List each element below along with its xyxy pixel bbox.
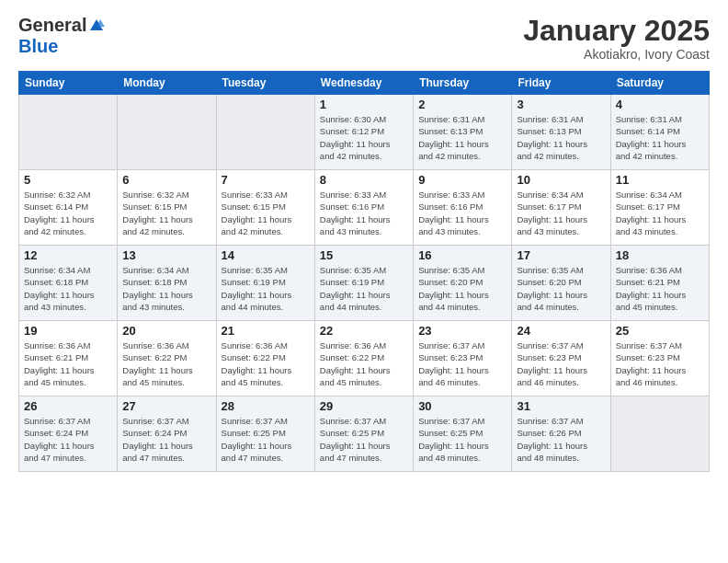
day-number: 25 [616,324,704,338]
day-number: 12 [24,248,112,262]
day-info: Sunrise: 6:36 AM Sunset: 6:22 PM Dayligh… [122,339,210,388]
day-info: Sunrise: 6:33 AM Sunset: 6:16 PM Dayligh… [418,189,506,237]
day-number: 13 [122,248,210,262]
col-tuesday: Tuesday [216,72,314,95]
day-number: 29 [320,399,408,413]
table-row: 2Sunrise: 6:31 AM Sunset: 6:13 PM Daylig… [414,95,512,170]
day-number: 22 [320,324,408,338]
day-number: 7 [222,173,310,187]
day-number: 8 [320,173,408,187]
day-info: Sunrise: 6:37 AM Sunset: 6:23 PM Dayligh… [517,339,605,388]
day-info: Sunrise: 6:37 AM Sunset: 6:23 PM Dayligh… [418,339,506,388]
table-row [19,95,118,170]
day-number: 2 [418,98,506,111]
table-row [610,396,709,472]
table-row: 28Sunrise: 6:37 AM Sunset: 6:25 PM Dayli… [216,396,314,472]
day-info: Sunrise: 6:37 AM Sunset: 6:24 PM Dayligh… [24,415,112,464]
day-number: 30 [418,399,506,413]
day-info: Sunrise: 6:36 AM Sunset: 6:21 PM Dayligh… [24,339,112,388]
day-info: Sunrise: 6:37 AM Sunset: 6:25 PM Dayligh… [222,415,310,464]
day-info: Sunrise: 6:32 AM Sunset: 6:14 PM Dayligh… [24,189,112,237]
col-sunday: Sunday [19,72,118,95]
table-row: 1Sunrise: 6:30 AM Sunset: 6:12 PM Daylig… [314,95,413,170]
col-thursday: Thursday [414,72,512,95]
day-info: Sunrise: 6:37 AM Sunset: 6:25 PM Dayligh… [418,415,506,464]
table-row: 11Sunrise: 6:34 AM Sunset: 6:17 PM Dayli… [610,170,709,246]
day-info: Sunrise: 6:35 AM Sunset: 6:20 PM Dayligh… [517,264,605,313]
day-info: Sunrise: 6:30 AM Sunset: 6:12 PM Dayligh… [320,113,408,162]
day-info: Sunrise: 6:36 AM Sunset: 6:22 PM Dayligh… [222,339,310,388]
day-number: 10 [517,173,605,187]
table-row: 15Sunrise: 6:35 AM Sunset: 6:19 PM Dayli… [314,246,413,321]
day-number: 23 [418,324,506,338]
day-info: Sunrise: 6:34 AM Sunset: 6:17 PM Dayligh… [517,189,605,237]
day-number: 9 [418,173,506,187]
day-number: 16 [418,248,506,262]
day-info: Sunrise: 6:33 AM Sunset: 6:15 PM Dayligh… [222,189,310,237]
day-number: 20 [122,324,210,338]
header: General Blue January 2025 Akotiakro, Ivo… [18,15,710,62]
day-number: 1 [320,98,408,111]
day-number: 3 [517,98,605,111]
day-info: Sunrise: 6:34 AM Sunset: 6:18 PM Dayligh… [122,264,210,313]
table-row: 24Sunrise: 6:37 AM Sunset: 6:23 PM Dayli… [512,321,610,396]
table-row: 22Sunrise: 6:36 AM Sunset: 6:22 PM Dayli… [314,321,413,396]
table-row: 14Sunrise: 6:35 AM Sunset: 6:19 PM Dayli… [216,246,314,321]
table-row: 23Sunrise: 6:37 AM Sunset: 6:23 PM Dayli… [414,321,512,396]
calendar-week-row: 26Sunrise: 6:37 AM Sunset: 6:24 PM Dayli… [19,396,710,472]
calendar-table: Sunday Monday Tuesday Wednesday Thursday… [18,71,710,472]
logo-general-text: General [18,15,86,36]
table-row: 4Sunrise: 6:31 AM Sunset: 6:14 PM Daylig… [610,95,709,170]
day-number: 27 [122,399,210,413]
logo-blue-text: Blue [18,36,58,56]
day-info: Sunrise: 6:31 AM Sunset: 6:14 PM Dayligh… [616,113,704,162]
col-friday: Friday [512,72,610,95]
table-row: 10Sunrise: 6:34 AM Sunset: 6:17 PM Dayli… [512,170,610,246]
day-info: Sunrise: 6:34 AM Sunset: 6:17 PM Dayligh… [616,189,704,237]
day-number: 21 [222,324,310,338]
calendar-week-row: 1Sunrise: 6:30 AM Sunset: 6:12 PM Daylig… [19,95,710,170]
calendar-header-row: Sunday Monday Tuesday Wednesday Thursday… [19,72,710,95]
day-number: 4 [616,98,704,111]
table-row: 21Sunrise: 6:36 AM Sunset: 6:22 PM Dayli… [216,321,314,396]
table-row: 18Sunrise: 6:36 AM Sunset: 6:21 PM Dayli… [610,246,709,321]
table-row: 13Sunrise: 6:34 AM Sunset: 6:18 PM Dayli… [118,246,216,321]
col-wednesday: Wednesday [314,72,413,95]
day-info: Sunrise: 6:36 AM Sunset: 6:21 PM Dayligh… [616,264,704,313]
col-saturday: Saturday [610,72,709,95]
day-number: 19 [24,324,112,338]
table-row [118,95,216,170]
day-info: Sunrise: 6:31 AM Sunset: 6:13 PM Dayligh… [418,113,506,162]
calendar-week-row: 19Sunrise: 6:36 AM Sunset: 6:21 PM Dayli… [19,321,710,396]
day-number: 15 [320,248,408,262]
logo: General Blue [18,15,105,57]
day-number: 26 [24,399,112,413]
table-row: 9Sunrise: 6:33 AM Sunset: 6:16 PM Daylig… [414,170,512,246]
day-number: 18 [616,248,704,262]
col-monday: Monday [118,72,216,95]
title-block: January 2025 Akotiakro, Ivory Coast [523,15,710,62]
day-info: Sunrise: 6:34 AM Sunset: 6:18 PM Dayligh… [24,264,112,313]
day-number: 11 [616,173,704,187]
table-row: 8Sunrise: 6:33 AM Sunset: 6:16 PM Daylig… [314,170,413,246]
day-number: 17 [517,248,605,262]
table-row: 26Sunrise: 6:37 AM Sunset: 6:24 PM Dayli… [19,396,118,472]
day-info: Sunrise: 6:35 AM Sunset: 6:19 PM Dayligh… [222,264,310,313]
day-number: 6 [122,173,210,187]
table-row: 12Sunrise: 6:34 AM Sunset: 6:18 PM Dayli… [19,246,118,321]
table-row: 5Sunrise: 6:32 AM Sunset: 6:14 PM Daylig… [19,170,118,246]
day-info: Sunrise: 6:37 AM Sunset: 6:24 PM Dayligh… [122,415,210,464]
day-info: Sunrise: 6:37 AM Sunset: 6:23 PM Dayligh… [616,339,704,388]
table-row: 19Sunrise: 6:36 AM Sunset: 6:21 PM Dayli… [19,321,118,396]
month-title: January 2025 [523,15,710,47]
calendar-week-row: 12Sunrise: 6:34 AM Sunset: 6:18 PM Dayli… [19,246,710,321]
table-row: 29Sunrise: 6:37 AM Sunset: 6:25 PM Dayli… [314,396,413,472]
table-row: 6Sunrise: 6:32 AM Sunset: 6:15 PM Daylig… [118,170,216,246]
day-number: 24 [517,324,605,338]
day-info: Sunrise: 6:32 AM Sunset: 6:15 PM Dayligh… [122,189,210,237]
table-row: 7Sunrise: 6:33 AM Sunset: 6:15 PM Daylig… [216,170,314,246]
page: General Blue January 2025 Akotiakro, Ivo… [0,0,728,563]
day-number: 28 [222,399,310,413]
day-info: Sunrise: 6:37 AM Sunset: 6:25 PM Dayligh… [320,415,408,464]
day-number: 31 [517,399,605,413]
